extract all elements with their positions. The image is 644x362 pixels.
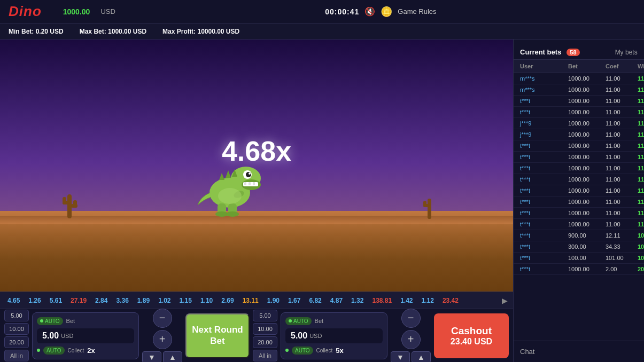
- collect-row-1: AUTO Collect 2x: [37, 347, 134, 355]
- td-user: t***t: [520, 154, 568, 160]
- my-bets-tab[interactable]: My bets: [609, 45, 644, 59]
- plusminus-panel-1: − + ▼ ▲: [142, 309, 182, 363]
- preset-button[interactable]: 5.00: [253, 310, 277, 321]
- td-win: 11000.00: [638, 86, 644, 93]
- table-row: t***t 1000.00 11.00 11000.00 USD: [514, 219, 644, 230]
- th-user: User: [520, 63, 568, 69]
- td-user: j***9: [520, 131, 568, 138]
- td-win: 11000.00: [638, 199, 644, 205]
- preset-button[interactable]: All in: [4, 350, 29, 361]
- td-user: t***t: [520, 255, 568, 261]
- td-bet: 1000.00: [568, 210, 606, 216]
- table-row: t***t 1000.00 11.00 11000.00 USD: [514, 96, 644, 107]
- bet-panel-1: AUTO Bet 5.00 USD AUTO Collect 2x: [32, 312, 139, 359]
- th-bet: Bet: [568, 63, 606, 69]
- td-coef: 11.00: [606, 131, 638, 138]
- history-item: 1.12: [420, 296, 436, 305]
- td-win: 11000.00: [638, 109, 644, 115]
- minus-btn-1[interactable]: −: [153, 309, 172, 328]
- preset-button[interactable]: 10.00: [4, 323, 29, 335]
- ground: [0, 211, 513, 292]
- td-user: t***t: [520, 243, 568, 250]
- wallet-icon: 🪙: [381, 6, 392, 18]
- td-bet: 1000.00: [568, 154, 606, 160]
- svg-rect-5: [428, 199, 431, 219]
- preset-button[interactable]: 5.00: [4, 310, 29, 321]
- down-btn-1[interactable]: ▼: [142, 351, 161, 363]
- plusminus-panel-2: − + ▼ ▲: [391, 309, 431, 363]
- game-rules-link[interactable]: Game Rules: [398, 7, 436, 15]
- svg-rect-2: [63, 197, 66, 204]
- history-item: 13.11: [240, 296, 261, 305]
- td-coef: 11.00: [606, 176, 638, 183]
- bet-amount-row-1[interactable]: 5.00 USD: [37, 328, 134, 343]
- bets-table: m***s 1000.00 11.00 11000.00 EUR m***s 1…: [514, 73, 644, 341]
- chat-label: Chat: [520, 348, 644, 356]
- history-scroll-arrow[interactable]: ▶: [502, 296, 508, 305]
- td-win: 11000.00: [638, 221, 644, 227]
- cashout-label: Cashout: [451, 325, 492, 337]
- table-row: t***t 1000.00 11.00 11000.00 USD: [514, 185, 644, 196]
- td-user: t***t: [520, 210, 568, 216]
- bets-tabs: Current bets 58 My bets Highrollers: [514, 40, 644, 60]
- up-btn-2[interactable]: ▲: [412, 351, 431, 363]
- td-bet: 1000.00: [568, 75, 606, 82]
- cashout-amount: 23.40 USD: [451, 337, 492, 347]
- auto-dot-2: [289, 319, 292, 322]
- plus-btn-2[interactable]: +: [401, 330, 421, 349]
- table-row: t***t 1000.00 11.00 11000.00 USD: [514, 152, 644, 163]
- balance-display: 1000.00: [63, 7, 90, 16]
- td-coef: 34.33: [606, 243, 638, 250]
- max-bet-info: Max Bet: 1000.00 USD: [80, 28, 146, 35]
- td-win: 11000.00: [638, 75, 644, 82]
- plus-btn-1[interactable]: +: [153, 330, 172, 349]
- auto-dot-collect-1: [37, 349, 40, 352]
- cactus-right: [423, 194, 436, 221]
- bet-panel-2-header: AUTO Bet: [285, 317, 383, 325]
- td-bet: 1000.00: [568, 120, 606, 127]
- table-row: j***9 1000.00 11.00 11000.00 USD: [514, 129, 644, 140]
- auto-badge-1[interactable]: AUTO: [37, 317, 63, 325]
- td-bet: 1000.00: [568, 86, 606, 93]
- td-bet: 1000.00: [568, 187, 606, 194]
- td-bet: 900.00: [568, 232, 606, 239]
- auto-label-1: AUTO: [45, 318, 60, 324]
- multiplier-display: 4.68x: [222, 135, 291, 167]
- bet-amount-row-2[interactable]: 5.00 USD: [285, 328, 383, 343]
- up-btn-1[interactable]: ▲: [163, 351, 182, 363]
- td-win: 2000.00: [638, 266, 644, 272]
- preset-button[interactable]: 20.00: [4, 336, 29, 348]
- history-item: 1.42: [398, 296, 415, 305]
- auto-badge-collect-1: AUTO: [43, 347, 65, 355]
- svg-rect-13: [249, 182, 251, 185]
- minus-btn-2[interactable]: −: [401, 309, 421, 328]
- td-user: t***t: [520, 232, 568, 239]
- bet-panel-1-header: AUTO Bet: [37, 317, 134, 325]
- svg-rect-0: [67, 194, 72, 218]
- down-btn-2[interactable]: ▼: [391, 351, 410, 363]
- next-round-bet-button[interactable]: Next Round Bet: [185, 313, 250, 358]
- td-user: t***t: [520, 143, 568, 149]
- max-profit-info: Max Profit: 10000.00 USD: [162, 28, 239, 35]
- bet-panel-2: AUTO Bet 5.00 USD AUTO Collect 5x: [281, 312, 387, 359]
- mute-icon[interactable]: 🔇: [364, 6, 375, 17]
- td-coef: 11.00: [606, 120, 638, 127]
- preset-col-1: 5.0010.0020.00All in: [4, 310, 29, 361]
- collect-row-2: AUTO Collect 5x: [285, 347, 383, 355]
- td-coef: 11.00: [606, 187, 638, 194]
- history-item: 1.10: [198, 296, 215, 305]
- auto-badge-2[interactable]: AUTO: [285, 317, 312, 325]
- preset-button[interactable]: 20.00: [253, 336, 277, 348]
- td-coef: 11.00: [606, 221, 638, 227]
- td-coef: 11.00: [606, 210, 638, 216]
- preset-button[interactable]: 10.00: [253, 323, 277, 335]
- td-user: t***t: [520, 176, 568, 183]
- td-bet: 1000.00: [568, 131, 606, 138]
- svg-marker-18: [219, 173, 224, 180]
- preset-button[interactable]: All in: [253, 350, 277, 361]
- td-win: 11000.00: [638, 165, 644, 171]
- cashout-button[interactable]: Cashout 23.40 USD: [434, 313, 509, 358]
- current-bets-label: Current bets: [520, 45, 561, 59]
- svg-marker-19: [226, 170, 231, 178]
- timer-display: 00:00:41: [325, 7, 359, 16]
